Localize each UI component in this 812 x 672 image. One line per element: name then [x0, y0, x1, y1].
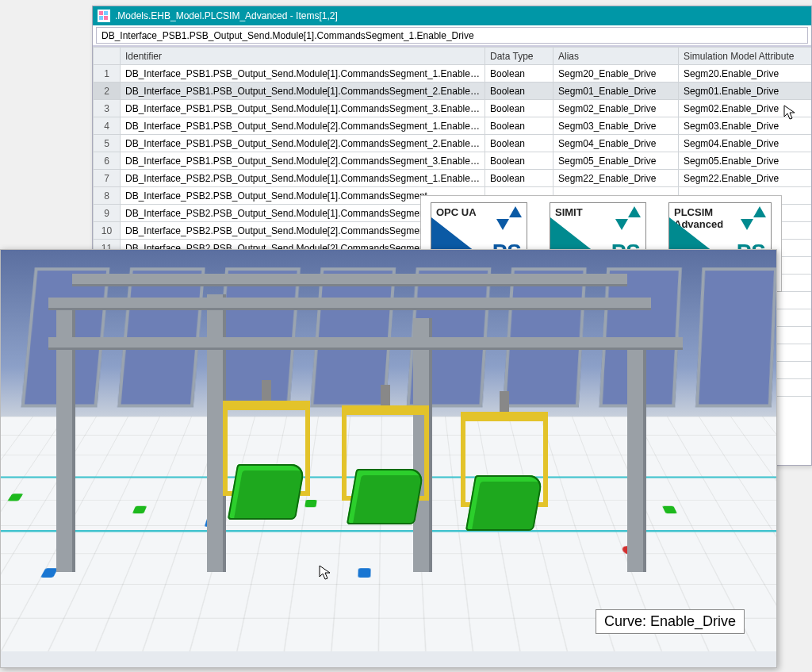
cell-datatype[interactable]: Boolean [485, 65, 553, 83]
window-title: .Models.EHB_Model.PLCSIM_Advanced - Item… [115, 10, 338, 21]
carrier[interactable] [461, 412, 548, 507]
cell-alias[interactable]: Segm01_Enable_Drive [553, 83, 679, 100]
row-number: 9 [94, 205, 121, 222]
cell-identifier[interactable]: DB_Interface_PSB1.PSB_Output_Send.Module… [121, 117, 485, 135]
sync-arrows-icon [739, 206, 768, 235]
car-door-part [228, 464, 305, 520]
filter-row [93, 25, 811, 46]
table-row[interactable]: 4DB_Interface_PSB1.PSB_Output_Send.Modul… [94, 117, 812, 135]
row-number: 5 [94, 135, 121, 152]
cell-alias[interactable]: Segm02_Enable_Drive [553, 100, 679, 117]
cell-identifier[interactable]: DB_Interface_PSB1.PSB_Output_Send.Module… [121, 83, 485, 100]
car-door-part [347, 469, 424, 524]
pillar [627, 350, 646, 572]
cell-datatype[interactable]: Boolean [485, 170, 553, 187]
col-identifier[interactable]: Identifier [121, 48, 485, 65]
cell-identifier[interactable]: DB_Interface_PSB1.PSB_Output_Send.Module… [121, 100, 485, 117]
row-number: 1 [94, 65, 121, 83]
cell-alias[interactable]: Segm22_Enable_Drive [553, 170, 679, 187]
logo-header: SIMIT [555, 206, 583, 218]
table-row[interactable]: 7DB_Interface_PSB2.PSB_Output_Send.Modul… [94, 170, 812, 187]
window-titlebar[interactable]: .Models.EHB_Model.PLCSIM_Advanced - Item… [93, 6, 811, 25]
app-icon [98, 10, 110, 22]
cell-alias[interactable]: Segm03_Enable_Drive [553, 117, 679, 135]
beam [48, 337, 683, 350]
table-row[interactable]: 6DB_Interface_PSB1.PSB_Output_Send.Modul… [94, 152, 812, 170]
cell-datatype[interactable]: Boolean [485, 152, 553, 170]
cell-simattr[interactable]: Segm03.Enable_Drive [679, 117, 812, 135]
cell-simattr[interactable]: Segm05.Enable_Drive [679, 152, 812, 170]
cell-simattr[interactable]: Segm02.Enable_Drive [679, 100, 812, 117]
cell-alias[interactable]: Segm20_Enable_Drive [553, 65, 679, 83]
col-rownum[interactable] [94, 48, 121, 65]
cell-simattr[interactable]: Segm04.Enable_Drive [679, 135, 812, 152]
table-row[interactable]: 5DB_Interface_PSB1.PSB_Output_Send.Modul… [94, 135, 812, 152]
row-number: 3 [94, 100, 121, 117]
cell-datatype[interactable]: Boolean [485, 135, 553, 152]
header-row: Identifier Data Type Alias Simulation Mo… [94, 48, 812, 65]
simulation-viewport[interactable]: Curve: Enable_Drive [0, 249, 777, 668]
row-number: 10 [94, 222, 121, 240]
cell-identifier[interactable]: DB_Interface_PSB1.PSB_Output_Send.Module… [121, 135, 485, 152]
table-row[interactable]: 2DB_Interface_PSB1.PSB_Output_Send.Modul… [94, 83, 812, 100]
cell-identifier[interactable]: DB_Interface_PSB1.PSB_Output_Send.Module… [121, 152, 485, 170]
cell-simattr[interactable]: Segm20.Enable_Drive [679, 65, 812, 83]
sync-arrows-icon [495, 206, 523, 235]
col-simattr[interactable]: Simulation Model Attribute [679, 48, 812, 65]
cell-simattr[interactable]: Segm01.Enable_Drive [679, 83, 812, 100]
sync-arrows-icon [614, 206, 642, 235]
col-alias[interactable]: Alias [553, 48, 679, 65]
row-number: 6 [94, 152, 121, 170]
carrier[interactable] [342, 405, 429, 501]
cell-alias[interactable]: Segm05_Enable_Drive [553, 152, 679, 170]
table-row[interactable]: 1DB_Interface_PSB1.PSB_Output_Send.Modul… [94, 65, 812, 83]
cell-datatype[interactable]: Boolean [485, 100, 553, 117]
row-number: 8 [94, 187, 121, 205]
carrier[interactable] [223, 401, 310, 496]
cell-alias[interactable]: Segm04_Enable_Drive [553, 135, 679, 152]
row-number: 4 [94, 117, 121, 135]
row-number: 7 [94, 170, 121, 187]
filter-input[interactable] [96, 27, 808, 44]
cell-identifier[interactable]: DB_Interface_PSB2.PSB_Output_Send.Module… [121, 170, 485, 187]
cell-datatype[interactable]: Boolean [485, 117, 553, 135]
beam [72, 274, 627, 286]
row-number: 2 [94, 83, 121, 100]
car-door-part [465, 475, 543, 531]
col-datatype[interactable]: Data Type [485, 48, 553, 65]
cell-simattr[interactable]: Segm22.Enable_Drive [679, 170, 812, 187]
beam [48, 298, 651, 310]
table-row[interactable]: 3DB_Interface_PSB1.PSB_Output_Send.Modul… [94, 100, 812, 117]
cell-identifier[interactable]: DB_Interface_PSB1.PSB_Output_Send.Module… [121, 65, 485, 83]
tooltip-curve: Curve: Enable_Drive [596, 609, 745, 634]
cell-datatype[interactable]: Boolean [485, 83, 553, 100]
logo-header: OPC UA [436, 206, 477, 218]
